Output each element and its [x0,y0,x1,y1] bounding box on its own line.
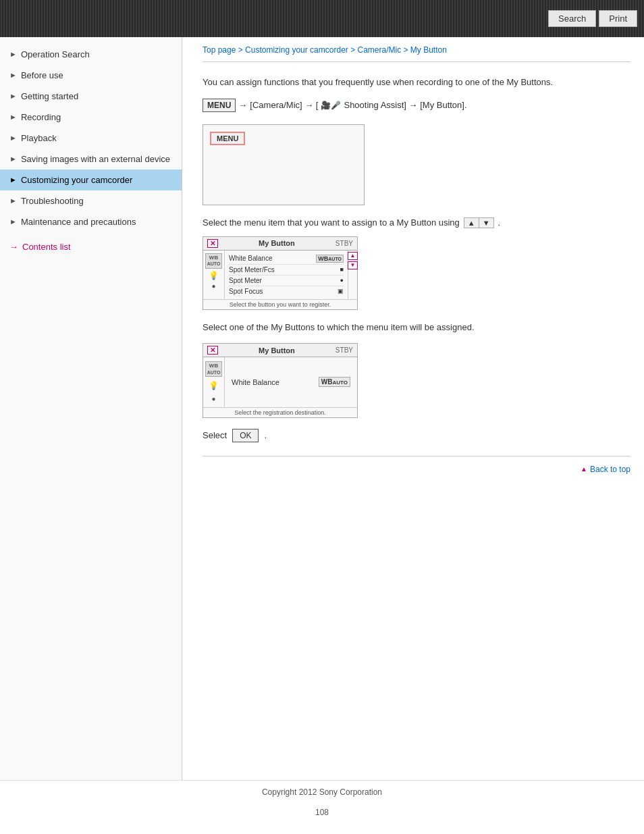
chevron-right-icon: ► [9,71,17,79]
select-label: Select [203,430,227,440]
panel1-stby: STBY [336,240,353,247]
item-icon: ■ [340,266,344,273]
sidebar-item-playback[interactable]: ► Playback [0,128,182,149]
menu-indicator: MENU [210,132,245,145]
breadcrumb-customizing[interactable]: Customizing your camcorder [245,45,348,55]
print-button[interactable]: Print [599,10,637,27]
shooting-assist-icon: 🎥🎤 [321,101,341,110]
panel2-header: ✕ My Button STBY [203,344,357,357]
icon-dot: ● [211,282,215,290]
item-label: Spot Meter/Fcs [229,266,275,273]
breadcrumb-separator: > [404,45,410,55]
list-item-spot-meter[interactable]: Spot Meter ● [229,276,344,286]
breadcrumb-separator: > [238,45,245,55]
page-num-text: 108 [315,808,329,817]
chevron-right-icon: ► [9,155,17,163]
select-instruction-text: Select the menu item that you want to as… [203,217,460,228]
intro-text: You can assign functions that you freque… [203,76,630,89]
contents-list-link[interactable]: → Contents list [0,235,182,259]
item-icon: ● [340,277,344,284]
main-content: Top page > Customizing your camcorder > … [182,37,644,780]
list-item-wb[interactable]: White Balance WBAUTO [229,253,344,265]
sidebar-item-label: Customizing your camcorder [21,175,132,185]
panel2-icons: WBAUTO 💡 ● [203,357,225,407]
select-instruction-end: . [498,217,501,228]
sidebar-item-label: Before use [21,70,63,80]
panel1-footer: Select the button you want to register. [203,299,357,309]
chevron-right-icon: ► [9,113,17,121]
my-button-panel-1: ✕ My Button STBY WBAUTO 💡 ● White Balanc… [203,236,358,310]
breadcrumb-separator: > [350,45,357,55]
sidebar-item-label: Recording [21,112,61,122]
page-header: Search Print [0,0,644,37]
my-button-panel-2: ✕ My Button STBY WBAUTO 💡 ● White Balanc… [203,343,358,418]
copyright: Copyright 2012 Sony Corporation [0,780,644,804]
sidebar-item-label: Troubleshooting [21,196,84,206]
item-label: Spot Meter [229,277,262,284]
panel1-body: WBAUTO 💡 ● White Balance WBAUTO Spot Met… [203,251,357,299]
arrow-icon: → [238,100,247,110]
icon-wb-auto: WBAUTO [205,253,223,269]
panel2-content: White Balance WBAUTO [225,357,357,407]
page-number: 108 [0,804,644,821]
sidebar-item-customizing[interactable]: ► Customizing your camcorder [0,170,182,190]
list-item-spot-meter-fcs[interactable]: Spot Meter/Fcs ■ [229,265,344,276]
panel1-icons: WBAUTO 💡 ● [203,251,225,299]
chevron-right-icon: ► [9,134,17,142]
item-icon: WBAUTO [316,255,344,263]
select-period: . [264,430,267,440]
breadcrumb-my-button: My Button [410,45,447,55]
item-label: Spot Focus [229,288,263,295]
panel1-list: White Balance WBAUTO Spot Meter/Fcs ■ Sp… [225,251,348,299]
sidebar-item-before-use[interactable]: ► Before use [0,65,182,86]
menu-path-text: [Camera/Mic] → [ [250,100,318,110]
panel1-scroll: ▲ ▼ [348,251,357,299]
sidebar-item-operation-search[interactable]: ► Operation Search [0,44,182,65]
sidebar-item-label: Playback [21,133,57,143]
sidebar-item-saving-images[interactable]: ► Saving images with an external device [0,149,182,170]
close-button-2[interactable]: ✕ [207,346,218,355]
item-icon: ▣ [338,288,344,294]
sidebar-item-label: Getting started [21,91,78,101]
up-arrow: ▲ [464,218,479,228]
back-to-top-label: Back to top [590,465,630,474]
panel2-item-label: White Balance [232,378,279,386]
back-to-top-link[interactable]: ▲ Back to top [581,465,630,474]
ok-button[interactable]: OK [232,429,259,442]
camera-display-box: MENU [203,124,365,205]
search-button[interactable]: Search [548,10,596,27]
main-layout: ► Operation Search ► Before use ► Gettin… [0,37,644,780]
panel2-instruction: Select one of the My Buttons to which th… [203,321,630,334]
sidebar-item-label: Operation Search [21,49,90,59]
triangle-icon: ▲ [581,465,587,473]
down-arrow: ▼ [479,218,493,228]
icon-wb-auto-2: WBAUTO [205,361,223,377]
sidebar-item-label: Saving images with an external device [21,154,170,164]
sidebar-item-recording[interactable]: ► Recording [0,107,182,128]
sidebar-item-label: Maintenance and precautions [21,217,136,227]
wb-auto-icon: WBAUTO [319,377,350,387]
arrow-right-icon: → [9,242,18,252]
scroll-up-button[interactable]: ▲ [348,252,358,260]
list-item-spot-focus[interactable]: Spot Focus ▣ [229,286,344,296]
chevron-right-icon: ► [9,50,17,58]
panel1-header: ✕ My Button STBY [203,237,357,251]
panel2-stby: STBY [336,346,353,354]
sidebar-item-getting-started[interactable]: ► Getting started [0,86,182,107]
nav-arrows: ▲ ▼ [464,217,494,228]
page-footer: ▲ Back to top [203,456,630,482]
chevron-right-icon: ► [9,176,17,184]
chevron-right-icon: ► [9,197,17,205]
sidebar-item-troubleshooting[interactable]: ► Troubleshooting [0,190,182,211]
menu-path: MENU → [Camera/Mic] → [ 🎥🎤 Shooting Assi… [203,99,630,112]
scroll-down-button[interactable]: ▼ [348,261,358,269]
sidebar: ► Operation Search ► Before use ► Gettin… [0,37,182,780]
sidebar-item-maintenance[interactable]: ► Maintenance and precautions [0,211,182,232]
breadcrumb-camera-mic[interactable]: Camera/Mic [357,45,401,55]
panel1-title: My Button [259,239,295,247]
breadcrumb: Top page > Customizing your camcorder > … [203,37,630,62]
contents-list-label: Contents list [22,242,71,252]
close-button[interactable]: ✕ [207,239,218,248]
breadcrumb-top-page[interactable]: Top page [203,45,236,55]
menu-path-text2: Shooting Assist] → [My Button]. [344,100,466,110]
